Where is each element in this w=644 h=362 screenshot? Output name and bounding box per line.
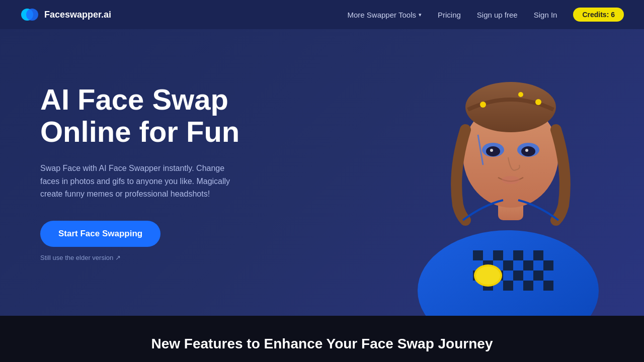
svg-point-25 [486, 146, 500, 156]
hero-illustration [292, 29, 644, 316]
svg-rect-9 [503, 260, 513, 270]
hero-section: AI Face Swap Online for Fun Swap Face wi… [0, 29, 644, 316]
svg-point-30 [480, 102, 486, 108]
hero-image [292, 29, 644, 316]
features-title: New Features to Enhance Your Face Swap J… [0, 336, 644, 352]
features-section: New Features to Enhance Your Face Swap J… [0, 316, 644, 362]
logo[interactable]: Faceswapper.ai [20, 5, 111, 24]
hero-title: AI Face Swap Online for Fun [40, 83, 242, 148]
svg-rect-19 [543, 281, 553, 291]
chevron-down-icon: ▾ [419, 12, 422, 18]
svg-point-31 [535, 99, 541, 105]
credits-button[interactable]: Credits: 6 [573, 8, 624, 22]
signin-link[interactable]: Sign In [534, 11, 557, 19]
svg-point-29 [502, 176, 520, 184]
nav-links: More Swapper Tools ▾ Pricing Sign up fre… [348, 8, 624, 22]
svg-rect-11 [543, 260, 553, 270]
svg-rect-4 [473, 250, 483, 260]
svg-rect-15 [533, 270, 543, 281]
svg-rect-5 [493, 250, 503, 260]
svg-point-26 [521, 146, 535, 156]
svg-point-28 [525, 149, 528, 152]
svg-point-1 [26, 9, 38, 21]
start-face-swapping-button[interactable]: Start Face Swapping [40, 221, 160, 247]
hero-content: AI Face Swap Online for Fun Swap Face wi… [0, 53, 282, 291]
svg-rect-18 [523, 281, 533, 291]
svg-point-32 [518, 92, 523, 97]
svg-rect-14 [513, 270, 523, 281]
svg-rect-7 [533, 250, 543, 260]
svg-point-27 [490, 149, 493, 152]
more-tools-label: More Swapper Tools [348, 11, 416, 19]
pricing-link[interactable]: Pricing [438, 11, 461, 19]
hero-description: Swap Face with AI Face Swapper instantly… [40, 162, 242, 201]
svg-rect-10 [523, 260, 533, 270]
elder-version-link[interactable]: Still use the elder version ↗ [40, 254, 242, 261]
more-tools-menu[interactable]: More Swapper Tools ▾ [348, 11, 422, 19]
logo-icon [20, 5, 39, 24]
signup-link[interactable]: Sign up free [477, 11, 518, 19]
svg-rect-17 [503, 281, 513, 291]
svg-point-2 [418, 230, 599, 316]
logo-text: Faceswapper.ai [44, 10, 111, 20]
svg-point-34 [476, 266, 500, 285]
svg-rect-6 [513, 250, 523, 260]
navbar: Faceswapper.ai More Swapper Tools ▾ Pric… [0, 0, 644, 29]
